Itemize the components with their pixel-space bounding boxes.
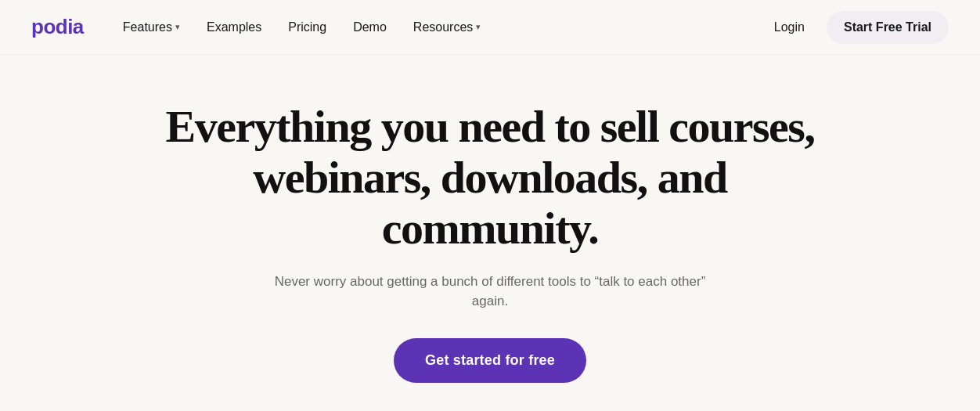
hero-subtext: Never worry about getting a bunch of dif… — [271, 272, 709, 312]
navbar: podia Features ▾ Examples Pricing Demo R… — [0, 0, 980, 55]
nav-right: Login Start Free Trial — [765, 11, 949, 44]
nav-item-pricing[interactable]: Pricing — [277, 14, 337, 41]
hero-headline: Everything you need to sell courses, web… — [153, 102, 827, 254]
get-started-button[interactable]: Get started for free — [394, 338, 586, 383]
nav-item-examples[interactable]: Examples — [196, 14, 272, 41]
chevron-down-icon: ▾ — [476, 22, 481, 32]
hero-section: Everything you need to sell courses, web… — [0, 55, 980, 411]
login-link[interactable]: Login — [765, 14, 814, 41]
nav-links: Features ▾ Examples Pricing Demo Resourc… — [112, 14, 765, 41]
nav-item-resources[interactable]: Resources ▾ — [402, 14, 492, 41]
nav-item-features[interactable]: Features ▾ — [112, 14, 191, 41]
brand-logo[interactable]: podia — [31, 15, 84, 39]
chevron-down-icon: ▾ — [175, 22, 180, 32]
nav-item-demo[interactable]: Demo — [342, 14, 398, 41]
start-free-trial-button[interactable]: Start Free Trial — [827, 11, 949, 44]
